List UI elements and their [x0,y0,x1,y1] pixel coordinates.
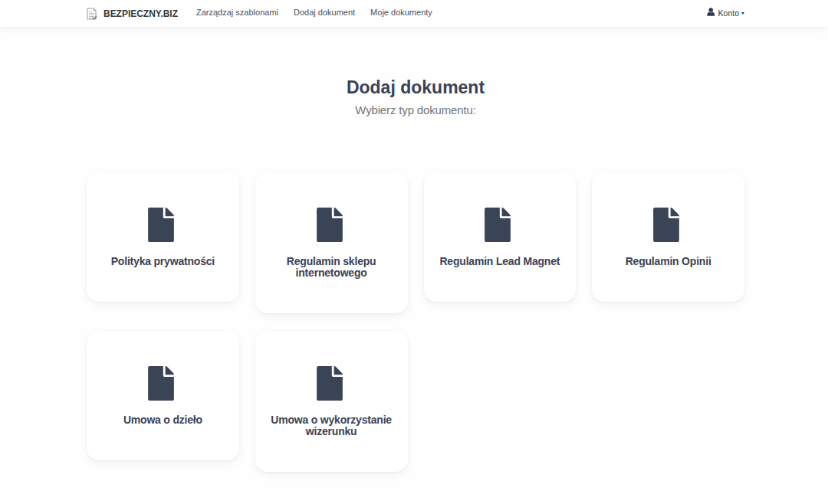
svg-text:BEZPIECZNY.BIZ: BEZPIECZNY.BIZ [104,8,178,19]
